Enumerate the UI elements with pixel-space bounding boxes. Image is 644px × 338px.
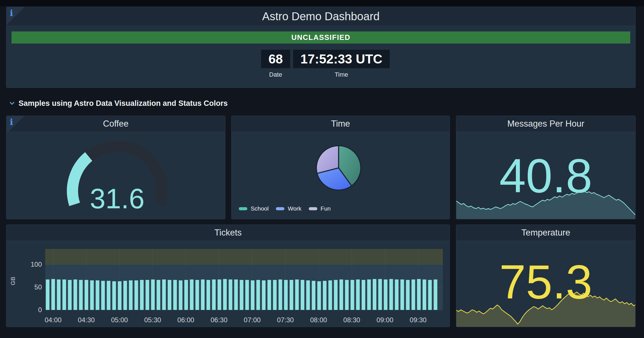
messages-panel: 40.8 Messages Per Hour [456,116,636,219]
messages-stat-value: 40.8 [456,152,635,200]
svg-text:09:00: 09:00 [377,316,393,324]
clock-date-value: 68 [261,50,290,68]
legend-swatch-fun [309,207,317,210]
legend-label-school: School [251,205,269,212]
svg-text:05:00: 05:00 [111,316,128,324]
svg-text:04:30: 04:30 [78,316,95,324]
header-panel-titlebar: Astro Demo Dashboard [6,7,635,26]
legend-label-work: Work [288,205,301,212]
info-icon: i [10,8,13,18]
temperature-panel-titlebar: Temperature [456,225,635,241]
svg-text:08:00: 08:00 [310,316,327,324]
svg-text:09:30: 09:30 [410,316,427,324]
time-panel: Time School Work Fun [231,116,450,219]
dashboard-title[interactable]: Astro Demo Dashboard [262,10,380,23]
header-panel: Astro Demo Dashboard i UNCLASSIFIED 68 1… [6,7,636,88]
coffee-panel: 31.6 Coffee i [6,116,225,219]
temperature-panel: 75.3 Temperature [456,225,636,327]
clock-time-label: Time [293,71,390,78]
legend-item-school[interactable]: School [239,205,269,212]
panel-info-corner[interactable]: i [6,116,24,134]
temperature-panel-title[interactable]: Temperature [521,228,570,238]
svg-text:08:30: 08:30 [343,316,360,324]
row-toggle[interactable]: Samples using Astro Data Visualization a… [8,98,228,109]
tickets-panel: 05010004:0004:3005:0005:3006:0006:3007:0… [6,225,450,327]
svg-text:50: 50 [34,283,42,291]
pie-legend: School Work Fun [239,205,331,212]
svg-text:GB: GB [10,277,16,285]
svg-text:0: 0 [38,306,42,314]
time-panel-title[interactable]: Time [331,119,350,129]
temperature-stat-value: 75.3 [456,258,635,306]
clock-date-label: Date [261,71,290,78]
svg-text:04:00: 04:00 [45,316,62,324]
legend-label-fun: Fun [321,205,331,212]
svg-text:07:00: 07:00 [244,316,261,324]
tickets-panel-title[interactable]: Tickets [214,228,242,238]
svg-text:05:30: 05:30 [144,316,161,324]
panel-info-corner[interactable]: i [6,7,24,25]
messages-panel-titlebar: Messages Per Hour [456,116,635,132]
legend-swatch-work [276,207,284,210]
legend-item-fun[interactable]: Fun [309,205,331,212]
tickets-panel-titlebar: Tickets [6,225,450,241]
classification-label: UNCLASSIFIED [291,33,350,42]
legend-swatch-school [239,207,247,210]
svg-text:06:00: 06:00 [177,316,194,324]
row-title: Samples using Astro Data Visualization a… [19,99,228,108]
legend-item-work[interactable]: Work [276,205,301,212]
messages-panel-title[interactable]: Messages Per Hour [507,119,584,129]
time-panel-titlebar: Time [232,116,450,132]
clock-time-value: 17:52:33 UTC [293,50,390,68]
classification-banner: UNCLASSIFIED [12,31,630,44]
coffee-panel-title[interactable]: Coffee [103,119,129,129]
coffee-panel-titlebar: Coffee [6,116,225,132]
svg-text:07:30: 07:30 [277,316,294,324]
gauge-value: 31.6 [90,183,145,214]
info-icon: i [10,117,13,127]
svg-text:06:30: 06:30 [210,316,227,324]
chevron-down-icon [8,100,16,107]
svg-text:100: 100 [31,261,42,268]
